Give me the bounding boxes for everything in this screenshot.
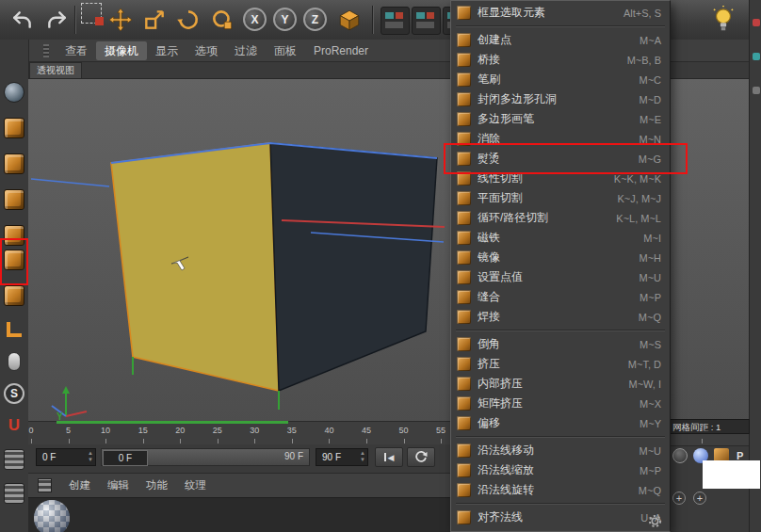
menu-item-weld[interactable]: 焊接M~Q [451, 307, 670, 327]
menu-item-shortcut: M~P [640, 292, 661, 303]
array-icon[interactable] [3, 448, 25, 471]
bottom-tab-2[interactable]: 功能 [146, 478, 168, 492]
stepper-arrows-icon[interactable]: ▲▼ [88, 450, 93, 463]
refresh-icon[interactable] [672, 448, 688, 463]
point-mode-icon[interactable] [3, 224, 25, 247]
menu-item-normal-scale[interactable]: 沿法线缩放M~P [451, 460, 670, 480]
cube-selected-face[interactable] [111, 143, 279, 391]
render-picture-viewer-button[interactable] [412, 7, 441, 35]
viewport-solo-icon[interactable] [3, 350, 25, 373]
layout-tab-red-icon[interactable] [753, 19, 760, 26]
active-tool-icon [210, 8, 235, 32]
layout-tab-teal-icon[interactable] [753, 53, 760, 60]
preview-range-bar[interactable] [57, 421, 288, 424]
menu-item-frame-selected[interactable]: 框显选取元素Alt+S, S [451, 3, 670, 23]
menu-item-line-cut[interactable]: 线性切割K~K, M~K [451, 169, 670, 188]
polygon-mode-icon[interactable] [3, 249, 25, 271]
menubar-item-6[interactable]: ProRender [305, 41, 377, 60]
menu-item-normal-move[interactable]: 沿法线移动M~U [451, 441, 670, 460]
render-view-button[interactable] [380, 7, 410, 35]
y-axis-lock-button[interactable]: Y [273, 8, 297, 31]
magnet-icon[interactable]: U [3, 414, 25, 437]
plus-icon[interactable]: + [672, 492, 686, 505]
workplane-mode-icon[interactable] [3, 188, 25, 211]
menu-separator [456, 330, 665, 331]
layout-tab-gray-icon[interactable] [753, 87, 760, 94]
timeline-slider[interactable]: 0 F 90 F [101, 448, 310, 466]
menu-item-extrude-inner[interactable]: 内部挤压M~W, I [451, 374, 670, 394]
menu-item-shortcut: M~C [639, 74, 661, 86]
make-editable-icon[interactable] [3, 81, 25, 104]
menu-item-normal-rotate[interactable]: 沿法线旋转M~Q [451, 480, 670, 500]
go-to-start-button[interactable]: ◀ [375, 447, 403, 467]
menu-item-bridge[interactable]: 桥接M~B, B [451, 50, 670, 70]
menu-item-shortcut: M~H [639, 252, 661, 264]
previous-frame-button[interactable] [407, 447, 435, 467]
z-axis-lock-button[interactable]: Z [303, 8, 327, 31]
menu-item-loop-path-cut[interactable]: 循环/路径切割K~L, M~L [451, 208, 670, 228]
texture-mode-icon[interactable] [3, 153, 25, 175]
menu-item-set-point-value[interactable]: 设置点值M~U [451, 267, 670, 287]
menu-item-magnet-tool[interactable]: 磁铁M~I [451, 228, 670, 248]
menu-item-label: 倒角 [478, 336, 633, 352]
menu-item-mirror[interactable]: 镜像M~H [451, 248, 670, 267]
polygon-pen-icon [457, 112, 471, 126]
menubar-item-2[interactable]: 显示 [147, 41, 186, 60]
cube-dark-face[interactable] [270, 143, 437, 391]
menubar-item-4[interactable]: 过滤 [226, 41, 266, 60]
material-manager-icon[interactable] [38, 478, 52, 492]
stepper-arrows-icon[interactable]: ▲▼ [360, 450, 365, 463]
move-tool-button[interactable] [105, 5, 136, 35]
coordinate-system-button[interactable] [334, 5, 364, 35]
menubar-grip[interactable] [43, 44, 49, 57]
x-axis-lock-button[interactable]: X [243, 8, 267, 31]
bottom-tab-1[interactable]: 编辑 [107, 478, 129, 492]
active-tool-button[interactable] [207, 5, 237, 35]
plus-icon[interactable]: + [693, 492, 706, 505]
menu-item-shortcut: M~P [640, 465, 661, 476]
grid-spacing-field[interactable]: 网格间距 : 1 [667, 419, 750, 434]
line-cut-icon [457, 171, 471, 185]
menu-item-label: 矩阵挤压 [478, 395, 633, 411]
menu-item-iron[interactable]: 熨烫M~G [451, 149, 670, 169]
coordinate-system-icon [337, 8, 362, 32]
menu-item-create-point[interactable]: 创建点M~A [451, 30, 670, 50]
menubar-item-5[interactable]: 面板 [266, 41, 305, 60]
axis-mode-icon[interactable] [3, 318, 25, 341]
paint-setup-icon[interactable] [3, 482, 25, 505]
menu-item-stitch-sew[interactable]: 缝合M~P [451, 287, 670, 307]
scale-tool-button[interactable] [139, 5, 170, 35]
menubar-item-1[interactable]: 摄像机 [96, 41, 147, 60]
menubar-item-0[interactable]: 查看 [57, 41, 96, 60]
end-frame-input[interactable]: 90 F ▲▼ [316, 448, 368, 466]
redo-button[interactable] [41, 5, 72, 35]
ruler-tick [404, 439, 405, 443]
menu-item-extrude[interactable]: 挤压M~T, D [451, 354, 670, 374]
menu-item-label: 镜像 [478, 250, 632, 266]
gear-icon[interactable] [648, 514, 662, 528]
menu-item-close-polygon-hole[interactable]: 封闭多边形孔洞M~D [451, 89, 670, 109]
menu-item-bevel[interactable]: 倒角M~S [451, 334, 670, 354]
end-frame-value: 90 F [322, 452, 341, 462]
menu-item-brush[interactable]: 笔刷M~C [451, 70, 670, 89]
menu-item-smooth-shift[interactable]: 偏移M~Y [451, 413, 670, 433]
menu-item-dissolve[interactable]: 消除M~N [451, 129, 670, 149]
menu-item-align-normals[interactable]: 对齐法线U~A [451, 508, 670, 527]
undo-button[interactable] [8, 5, 38, 35]
model-mode-icon[interactable] [3, 117, 25, 139]
bottom-tab-3[interactable]: 纹理 [185, 478, 206, 492]
simulation-icon[interactable]: S [3, 382, 25, 405]
menubar-item-3[interactable]: 选项 [186, 41, 226, 60]
timeline-slider-handle[interactable]: 0 F [103, 450, 148, 466]
start-frame-input[interactable]: 0 F ▲▼ [36, 448, 96, 466]
previous-frame-icon [414, 451, 428, 464]
menu-item-polygon-pen[interactable]: 多边形画笔M~E [451, 109, 670, 129]
frame-selection-icon[interactable] [81, 3, 102, 24]
bottom-tab-0[interactable]: 创建 [69, 478, 90, 492]
edge-mode-icon[interactable] [3, 284, 25, 307]
menu-item-matrix-extrude[interactable]: 矩阵挤压M~X [451, 394, 670, 413]
light-bulb-button[interactable] [708, 5, 738, 35]
rotate-tool-button[interactable] [173, 5, 203, 35]
material-sphere-preview[interactable] [32, 499, 75, 532]
menu-item-plane-cut[interactable]: 平面切割K~J, M~J [451, 188, 670, 208]
